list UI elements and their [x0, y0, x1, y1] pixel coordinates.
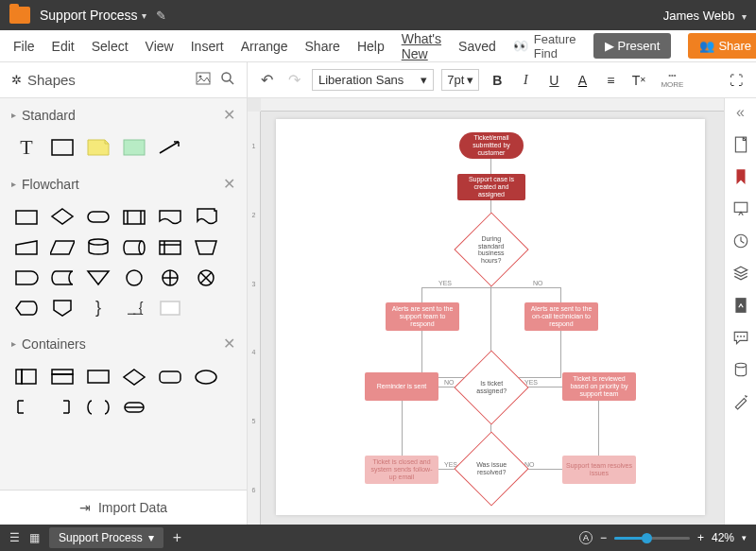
node-resolve-issues[interactable]: Support team resolves issues — [562, 456, 636, 484]
folder-icon[interactable] — [9, 7, 30, 24]
fc-delay[interactable] — [13, 267, 40, 287]
ct-2[interactable] — [49, 366, 76, 387]
shape-block[interactable] — [121, 137, 147, 158]
ct-9[interactable] — [85, 396, 112, 417]
ct-5[interactable] — [157, 366, 183, 387]
rail-page-icon[interactable] — [732, 136, 749, 153]
fc-card[interactable] — [157, 297, 183, 318]
fc-display[interactable] — [13, 297, 40, 318]
fc-decision[interactable] — [49, 206, 76, 227]
ct-6[interactable] — [193, 366, 219, 387]
fc-multidoc[interactable] — [193, 206, 219, 227]
menu-view[interactable]: View — [146, 39, 174, 54]
shape-text[interactable]: T — [13, 137, 40, 158]
italic-button[interactable]: I — [515, 70, 536, 91]
node-alert-oncall[interactable]: Alerts are sent to the on-call technicia… — [524, 302, 598, 331]
fc-sum[interactable] — [193, 267, 219, 287]
ct-1[interactable] — [13, 366, 40, 387]
canvas[interactable]: 123456 YES NO NO — [248, 98, 724, 525]
rail-present-icon[interactable] — [732, 200, 749, 217]
feature-find[interactable]: 👀 Feature Find — [513, 32, 576, 60]
undo-button[interactable]: ↶ — [257, 71, 277, 89]
fc-offpage[interactable] — [49, 297, 76, 318]
menu-arrange[interactable]: Arrange — [241, 39, 288, 54]
fc-or[interactable] — [157, 267, 183, 287]
rail-magic-icon[interactable] — [732, 393, 749, 410]
close-icon[interactable]: ✕ — [223, 335, 235, 353]
rail-layers-icon[interactable] — [732, 265, 749, 282]
zoom-reset-icon[interactable]: A — [579, 531, 593, 544]
fullscreen-button[interactable]: ⛶ — [726, 70, 747, 91]
more-button[interactable]: •••MORE — [661, 71, 683, 89]
fc-process[interactable] — [13, 206, 40, 227]
outline-view-icon[interactable]: ☰ — [9, 531, 20, 544]
redo-button[interactable]: ↷ — [284, 71, 304, 89]
node-alert-team[interactable]: Alerts are sent to the support team to r… — [386, 302, 459, 331]
fc-stored[interactable] — [49, 267, 76, 287]
bold-button[interactable]: B — [487, 70, 507, 91]
fc-connector[interactable] — [121, 267, 147, 287]
node-business-hours[interactable]: During standard business hours? — [454, 212, 528, 286]
zoom-slider[interactable] — [614, 537, 690, 540]
rail-bookmark-icon[interactable] — [732, 168, 749, 185]
zoom-value[interactable]: 42% — [712, 531, 734, 544]
grid-view-icon[interactable]: ▦ — [29, 531, 40, 544]
text-style-button[interactable]: T✕ — [628, 70, 649, 91]
fc-manual-input[interactable] — [13, 236, 40, 257]
page[interactable]: YES NO NO YES YES NO Ticket/email submit… — [276, 119, 705, 515]
underline-button[interactable]: U — [543, 70, 564, 91]
add-page-button[interactable]: + — [173, 529, 181, 546]
search-icon[interactable] — [220, 71, 235, 89]
fc-note-right[interactable]: ⎯⎯{ — [121, 297, 147, 318]
menu-edit[interactable]: Edit — [52, 39, 75, 54]
node-create-case[interactable]: Support case is created and assigned — [457, 174, 525, 200]
menu-select[interactable]: Select — [92, 39, 129, 54]
rename-icon[interactable]: ✎ — [156, 9, 166, 23]
ct-8[interactable] — [49, 396, 76, 417]
font-size-select[interactable]: 7pt▾ — [441, 69, 479, 91]
fc-direct-data[interactable] — [121, 236, 147, 257]
menu-file[interactable]: File — [13, 39, 35, 54]
panel-flowchart-header[interactable]: ▸Flowchart✕ — [0, 167, 247, 200]
node-review-priority[interactable]: Ticket is reviewed based on priority by … — [562, 372, 636, 401]
align-button[interactable]: ≡ — [600, 70, 621, 91]
ct-3[interactable] — [85, 366, 112, 387]
fc-merge[interactable] — [85, 267, 112, 287]
fc-database[interactable] — [85, 236, 112, 257]
ct-7[interactable] — [13, 396, 40, 417]
font-select[interactable]: Liberation Sans▾ — [312, 69, 434, 91]
panel-standard-header[interactable]: ▸Standard✕ — [0, 98, 247, 131]
fc-document[interactable] — [157, 206, 183, 227]
node-ticket-assigned[interactable]: Is ticket assigned? — [454, 350, 528, 424]
menu-whatsnew[interactable]: What's New — [402, 31, 441, 61]
collapse-rail-icon[interactable]: « — [736, 104, 745, 121]
present-button[interactable]: ▶ Present — [593, 33, 672, 59]
gear-icon[interactable]: ✲ — [11, 73, 22, 87]
zoom-out-button[interactable]: − — [600, 531, 607, 544]
user-menu[interactable]: James Webb ▾ — [663, 9, 747, 23]
document-title[interactable]: Support Process — [40, 8, 138, 23]
text-color-button[interactable]: A — [572, 70, 593, 91]
close-icon[interactable]: ✕ — [223, 106, 235, 124]
rail-history-icon[interactable] — [732, 232, 749, 250]
fc-data[interactable] — [49, 236, 76, 257]
title-dropdown-caret[interactable]: ▾ — [142, 10, 146, 21]
menu-insert[interactable]: Insert — [191, 39, 224, 54]
menu-help[interactable]: Help — [357, 39, 385, 54]
fc-manual-op[interactable] — [193, 236, 219, 257]
zoom-in-button[interactable]: + — [697, 531, 704, 544]
page-tab[interactable]: Support Process▾ — [49, 527, 163, 548]
node-reminder[interactable]: Reminder is sent — [365, 372, 438, 401]
ct-10[interactable] — [121, 396, 147, 417]
share-button[interactable]: 👥 Share — [688, 33, 756, 59]
menu-share[interactable]: Share — [305, 39, 340, 54]
node-close-ticket[interactable]: Ticket is closed and system sends follow… — [365, 456, 438, 484]
rail-export-icon[interactable] — [732, 297, 749, 314]
rail-data-icon[interactable] — [732, 361, 749, 378]
import-data-button[interactable]: ⇥ Import Data — [0, 490, 247, 525]
fc-brace-right[interactable]: } — [85, 297, 112, 318]
rail-comment-icon[interactable] — [732, 329, 749, 346]
ct-4[interactable] — [121, 366, 147, 387]
close-icon[interactable]: ✕ — [223, 175, 235, 193]
shape-note[interactable] — [85, 137, 112, 158]
